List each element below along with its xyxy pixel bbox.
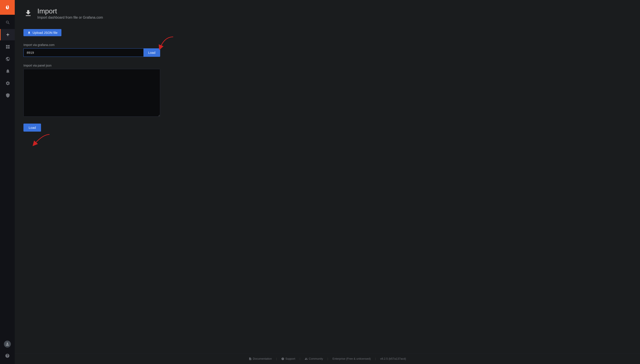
footer-sep-3: | — [328, 357, 328, 360]
import-icon — [24, 8, 33, 18]
grafana-logo[interactable] — [0, 0, 15, 15]
import-grafana-section: Import via grafana.com Load — [24, 43, 631, 57]
sidebar-item-alerting[interactable] — [0, 66, 15, 77]
grafana-url-input[interactable] — [24, 48, 143, 57]
community-icon — [305, 357, 308, 360]
page-subtitle: Import dashboard from file or Grafana.co… — [37, 16, 103, 20]
footer-version-label: v8.2.5 (b57a137acd) — [380, 357, 406, 360]
sidebar-item-new[interactable] — [0, 29, 15, 40]
help-icon — [5, 354, 10, 358]
page-content: Upload JSON file Import via grafana.com … — [15, 25, 640, 353]
import-panel-section: Import via panel json — [24, 64, 631, 117]
footer-community-link[interactable]: Community — [305, 357, 323, 360]
footer-support-link[interactable]: Support — [281, 357, 295, 360]
search-icon — [6, 20, 10, 25]
arrow-annotation-2 — [28, 132, 54, 148]
footer-documentation-link[interactable]: Documentation — [249, 357, 272, 360]
import-panel-label: Import via panel json — [24, 64, 631, 67]
footer-enterprise-label: Enterprise (Free & unlicensed) — [333, 357, 371, 360]
dashboards-icon — [6, 44, 10, 49]
support-icon — [281, 357, 284, 360]
upload-json-button[interactable]: Upload JSON file — [24, 29, 61, 36]
sidebar-item-config[interactable] — [0, 78, 15, 89]
avatar-icon — [5, 342, 10, 346]
explore-icon — [6, 56, 10, 61]
sidebar-bottom — [4, 340, 11, 364]
plus-icon — [6, 32, 10, 37]
page-title: Import — [37, 7, 103, 15]
load-button-section: Load — [24, 124, 631, 132]
page-header: Import Import dashboard from file or Gra… — [15, 0, 640, 25]
page-header-text: Import Import dashboard from file or Gra… — [37, 7, 103, 20]
sidebar — [0, 0, 15, 364]
sidebar-nav — [0, 15, 15, 340]
footer: Documentation | Support | Community | En… — [15, 353, 640, 364]
main-content: Import Import dashboard from file or Gra… — [15, 0, 640, 364]
footer-sep-1: | — [276, 357, 277, 360]
svg-point-0 — [4, 4, 11, 11]
sidebar-item-dashboards[interactable] — [0, 41, 15, 52]
sidebar-item-help[interactable] — [4, 350, 11, 362]
upload-icon — [27, 31, 31, 34]
grafana-input-row: Load — [24, 48, 160, 57]
upload-section: Upload JSON file — [24, 29, 631, 36]
documentation-icon — [249, 357, 252, 360]
sidebar-item-explore[interactable] — [0, 53, 15, 64]
avatar[interactable] — [4, 340, 11, 348]
import-grafana-label: Import via grafana.com — [24, 43, 631, 46]
gear-icon — [6, 81, 10, 86]
grafana-load-button[interactable]: Load — [143, 48, 160, 57]
sidebar-item-shield[interactable] — [0, 90, 15, 101]
shield-icon — [6, 93, 10, 98]
bell-icon — [6, 69, 10, 74]
footer-sep-4: | — [375, 357, 376, 360]
footer-sep-2: | — [299, 357, 300, 360]
panel-json-textarea[interactable] — [24, 69, 160, 117]
sidebar-item-search[interactable] — [0, 17, 15, 28]
load-button[interactable]: Load — [24, 124, 41, 132]
